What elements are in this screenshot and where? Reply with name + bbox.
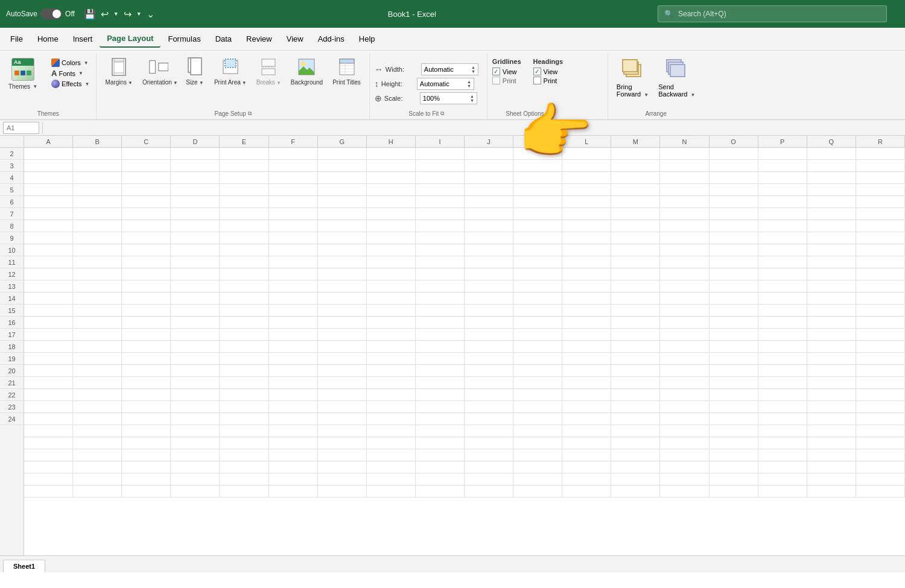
cell-M6[interactable] xyxy=(611,196,660,208)
cell-J28[interactable] xyxy=(465,461,513,473)
cell-F20[interactable] xyxy=(269,365,318,377)
cell-M19[interactable] xyxy=(611,353,660,365)
cell-I15[interactable] xyxy=(416,305,465,317)
cell-H29[interactable] xyxy=(367,473,416,485)
cell-M3[interactable] xyxy=(611,160,660,172)
cell-H17[interactable] xyxy=(367,329,416,341)
cell-C22[interactable] xyxy=(122,389,171,401)
cell-G15[interactable] xyxy=(318,305,367,317)
headings-view-checkbox[interactable]: ✓ xyxy=(533,68,541,75)
cell-Q17[interactable] xyxy=(807,329,856,341)
cell-G28[interactable] xyxy=(318,461,367,473)
cell-C8[interactable] xyxy=(122,220,171,232)
cell-B26[interactable] xyxy=(73,437,122,449)
row-num-17[interactable]: 17 xyxy=(0,329,24,341)
cell-E12[interactable] xyxy=(220,268,268,280)
cell-D15[interactable] xyxy=(171,305,220,317)
cell-N22[interactable] xyxy=(660,389,709,401)
cell-P8[interactable] xyxy=(758,220,807,232)
cell-L2[interactable] xyxy=(562,148,611,160)
cell-J29[interactable] xyxy=(465,473,513,485)
cell-F29[interactable] xyxy=(269,473,318,485)
cell-G20[interactable] xyxy=(318,365,367,377)
cell-C17[interactable] xyxy=(122,329,171,341)
cell-G12[interactable] xyxy=(318,268,367,280)
cell-H6[interactable] xyxy=(367,196,416,208)
cell-K8[interactable] xyxy=(513,220,562,232)
cell-M9[interactable] xyxy=(611,232,660,244)
row-num-13[interactable]: 13 xyxy=(0,280,24,292)
cell-M26[interactable] xyxy=(611,437,660,449)
cell-L12[interactable] xyxy=(562,268,611,280)
cell-B24[interactable] xyxy=(73,413,122,425)
sheet-tab-sheet1[interactable]: Sheet1 xyxy=(3,560,45,572)
menu-home[interactable]: Home xyxy=(30,31,66,47)
cell-C3[interactable] xyxy=(122,160,171,172)
cell-J26[interactable] xyxy=(465,437,513,449)
cell-P26[interactable] xyxy=(758,437,807,449)
cell-J16[interactable] xyxy=(465,317,513,329)
cell-L27[interactable] xyxy=(562,449,611,461)
cell-G3[interactable] xyxy=(318,160,367,172)
cell-D6[interactable] xyxy=(171,196,220,208)
cell-L14[interactable] xyxy=(562,292,611,305)
cell-K22[interactable] xyxy=(513,389,562,401)
cell-F23[interactable] xyxy=(269,401,318,413)
cell-D7[interactable] xyxy=(171,208,220,220)
cell-O8[interactable] xyxy=(710,220,758,232)
cell-J19[interactable] xyxy=(465,353,513,365)
cell-I23[interactable] xyxy=(416,401,465,413)
cell-Q22[interactable] xyxy=(807,389,856,401)
width-input[interactable]: Automatic ▲▼ xyxy=(421,63,478,75)
cell-C9[interactable] xyxy=(122,232,171,244)
send-backward-button[interactable]: SendBackward ▼ xyxy=(655,57,699,100)
cell-D4[interactable] xyxy=(171,172,220,184)
cell-H5[interactable] xyxy=(367,184,416,196)
cell-N12[interactable] xyxy=(660,268,709,280)
cell-K13[interactable] xyxy=(513,280,562,292)
cell-K3[interactable] xyxy=(513,160,562,172)
cell-F30[interactable] xyxy=(269,485,318,498)
cell-B28[interactable] xyxy=(73,461,122,473)
cell-M29[interactable] xyxy=(611,473,660,485)
cell-F3[interactable] xyxy=(269,160,318,172)
cell-H19[interactable] xyxy=(367,353,416,365)
cell-K26[interactable] xyxy=(513,437,562,449)
cell-Q20[interactable] xyxy=(807,365,856,377)
cell-A18[interactable] xyxy=(24,341,73,353)
row-num-11[interactable]: 11 xyxy=(0,256,24,268)
cell-G5[interactable] xyxy=(318,184,367,196)
cell-K20[interactable] xyxy=(513,365,562,377)
cell-A12[interactable] xyxy=(24,268,73,280)
cell-D16[interactable] xyxy=(171,317,220,329)
cell-Q30[interactable] xyxy=(807,485,856,498)
cell-E24[interactable] xyxy=(220,413,268,425)
cell-F16[interactable] xyxy=(269,317,318,329)
cell-M8[interactable] xyxy=(611,220,660,232)
cell-B5[interactable] xyxy=(73,184,122,196)
cell-L10[interactable] xyxy=(562,244,611,256)
col-header-d[interactable]: D xyxy=(171,136,220,147)
cell-A23[interactable] xyxy=(24,401,73,413)
cell-I29[interactable] xyxy=(416,473,465,485)
cell-R5[interactable] xyxy=(856,184,905,196)
cell-M4[interactable] xyxy=(611,172,660,184)
cell-P19[interactable] xyxy=(758,353,807,365)
cell-J21[interactable] xyxy=(465,377,513,389)
row-num-2[interactable]: 2 xyxy=(0,148,24,160)
cell-L5[interactable] xyxy=(562,184,611,196)
name-box[interactable] xyxy=(3,122,39,134)
row-num-22[interactable]: 22 xyxy=(0,389,24,401)
cell-Q7[interactable] xyxy=(807,208,856,220)
cell-K4[interactable] xyxy=(513,172,562,184)
cell-I13[interactable] xyxy=(416,280,465,292)
cell-H7[interactable] xyxy=(367,208,416,220)
cell-O25[interactable] xyxy=(710,425,758,437)
cell-D18[interactable] xyxy=(171,341,220,353)
cell-L13[interactable] xyxy=(562,280,611,292)
cell-M11[interactable] xyxy=(611,256,660,268)
cell-H14[interactable] xyxy=(367,292,416,305)
cell-P3[interactable] xyxy=(758,160,807,172)
cell-I16[interactable] xyxy=(416,317,465,329)
cell-H16[interactable] xyxy=(367,317,416,329)
